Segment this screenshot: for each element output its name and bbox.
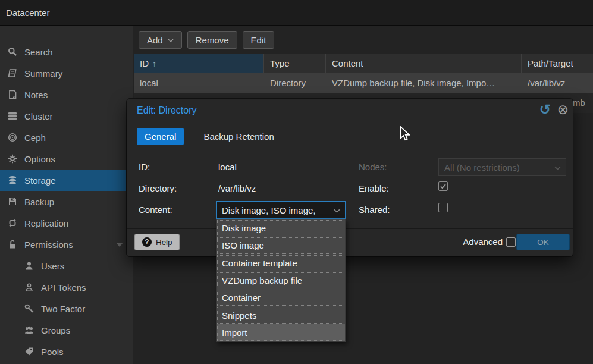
sidebar-item-users[interactable]: Users: [0, 255, 133, 277]
cell-content: VZDump backup file, Disk image, Impo…: [326, 73, 522, 93]
content-label: Content:: [139, 205, 172, 215]
sidebar-item-label: Storage: [24, 175, 56, 186]
remove-button[interactable]: Remove: [187, 31, 237, 49]
floppy-icon: [6, 197, 19, 206]
chevron-down-icon[interactable]: [116, 243, 123, 247]
chevron-down-icon: [334, 209, 340, 213]
help-button[interactable]: ? Help: [134, 234, 180, 250]
page-title: Datacenter: [6, 0, 49, 26]
unlock-icon: [6, 240, 19, 249]
dropdown-item-snippets[interactable]: Snippets: [217, 306, 345, 324]
sidebar-item-pools[interactable]: Pools: [0, 341, 133, 362]
sidebar-item-label: Options: [24, 154, 55, 164]
chevron-down-icon: [554, 166, 561, 170]
user-icon: [23, 261, 36, 271]
content-combobox-value: Disk image, ISO image,: [222, 205, 316, 215]
sidebar-item-label: Search: [24, 47, 53, 57]
dialog-tabs: General Backup Retention: [137, 128, 282, 145]
shared-label: Shared:: [359, 205, 390, 215]
clipped-row-text: mb: [573, 98, 585, 108]
sidebar-item-ceph[interactable]: Ceph: [0, 127, 133, 148]
edit-button[interactable]: Edit: [243, 31, 275, 49]
tag-icon: [23, 347, 36, 356]
group-icon: [23, 325, 36, 335]
column-header-id[interactable]: ID ↑: [134, 54, 264, 73]
sidebar-item-label: Ceph: [24, 133, 46, 143]
sidebar-item-permissions[interactable]: Permissions: [0, 234, 133, 255]
id-label: ID:: [139, 162, 150, 172]
sidebar-item-cluster[interactable]: Cluster: [0, 105, 133, 127]
id-value: local: [218, 162, 237, 172]
footer-separator: [127, 228, 573, 229]
ceph-icon: [6, 133, 19, 142]
chevron-down-icon: [168, 39, 174, 42]
sidebar-item-groups[interactable]: Groups: [0, 319, 133, 341]
nodes-label: Nodes:: [359, 162, 387, 172]
ok-button[interactable]: OK: [516, 234, 570, 250]
nodes-combobox: All (No restrictions): [438, 158, 566, 176]
sidebar-item-api-tokens[interactable]: API Tokens: [0, 277, 133, 298]
advanced-label: Advanced: [463, 237, 503, 247]
dropdown-item-container[interactable]: Container: [217, 289, 345, 306]
table-row[interactable]: local Directory VZDump backup file, Disk…: [134, 73, 593, 93]
sidebar-item-label: Cluster: [24, 111, 53, 121]
edit-directory-dialog: Edit: Directory ↺ ⊗ General Backup Reten…: [127, 99, 573, 256]
sidebar: Search Summary Notes Cluster Ceph Option…: [0, 26, 133, 364]
sidebar-item-backup[interactable]: Backup: [0, 191, 133, 212]
sidebar-item-label: Notes: [24, 90, 48, 100]
content-dropdown-list: Disk image ISO image Container template …: [216, 219, 346, 342]
dropdown-item-disk-image[interactable]: Disk image: [217, 219, 345, 237]
enable-checkbox[interactable]: [438, 181, 448, 191]
undo-icon[interactable]: ↺: [539, 102, 551, 117]
content-combobox[interactable]: Disk image, ISO image,: [216, 201, 346, 219]
sidebar-item-label: Groups: [41, 325, 70, 335]
checkmark-icon: [440, 183, 447, 190]
dropdown-item-container-template[interactable]: Container template: [217, 255, 345, 272]
replication-icon: [6, 218, 19, 228]
sidebar-item-notes[interactable]: Notes: [0, 84, 133, 105]
sidebar-item-label: Summary: [24, 68, 62, 79]
summary-icon: [6, 68, 19, 78]
sidebar-item-two-factor[interactable]: Two Factor: [0, 298, 133, 319]
storage-toolbar: Add Remove Edit: [134, 26, 593, 54]
table-header: ID ↑ Type Content Path/Target: [134, 54, 593, 73]
add-button[interactable]: Add: [139, 31, 182, 49]
shared-checkbox[interactable]: [438, 203, 448, 212]
cell-path-target: /var/lib/vz: [522, 73, 593, 93]
sidebar-item-storage[interactable]: Storage: [0, 170, 133, 191]
user-outline-icon: [23, 283, 36, 292]
sidebar-item-summary[interactable]: Summary: [0, 62, 133, 84]
close-icon[interactable]: ⊗: [557, 102, 569, 117]
tab-backup-retention[interactable]: Backup Retention: [196, 128, 281, 145]
sidebar-item-replication[interactable]: Replication: [0, 212, 133, 234]
sidebar-item-label: Users: [41, 261, 64, 271]
tab-general[interactable]: General: [137, 128, 184, 145]
dropdown-item-import[interactable]: Import: [217, 324, 345, 341]
dialog-title: Edit: Directory: [137, 105, 196, 116]
top-bar: Datacenter: [0, 0, 593, 26]
gear-icon: [6, 154, 19, 164]
sidebar-item-label: Replication: [24, 218, 68, 228]
dropdown-item-iso-image[interactable]: ISO image: [217, 237, 345, 254]
column-header-path-target[interactable]: Path/Target: [522, 54, 593, 73]
sidebar-item-label: API Tokens: [41, 283, 86, 293]
cell-id: local: [134, 73, 264, 93]
enable-label: Enable:: [359, 183, 389, 193]
dropdown-item-vzdump-backup-file[interactable]: VZDump backup file: [217, 272, 345, 289]
question-icon: ?: [142, 237, 152, 247]
column-header-type[interactable]: Type: [264, 54, 326, 73]
sidebar-item-options[interactable]: Options: [0, 148, 133, 170]
sidebar-item-search[interactable]: Search: [0, 41, 133, 62]
advanced-checkbox[interactable]: [506, 237, 516, 247]
sort-ascending-icon: ↑: [152, 59, 156, 68]
directory-label: Directory:: [139, 183, 177, 193]
sidebar-item-label: Permissions: [24, 240, 73, 250]
nodes-combobox-value: All (No restrictions): [444, 162, 520, 172]
sidebar-item-label: Backup: [24, 197, 54, 207]
sidebar-item-label: Pools: [41, 347, 64, 357]
search-icon: [6, 47, 19, 57]
notes-icon: [6, 90, 19, 99]
storage-icon: [6, 175, 19, 185]
column-header-content[interactable]: Content: [326, 54, 522, 73]
cluster-icon: [6, 111, 19, 121]
